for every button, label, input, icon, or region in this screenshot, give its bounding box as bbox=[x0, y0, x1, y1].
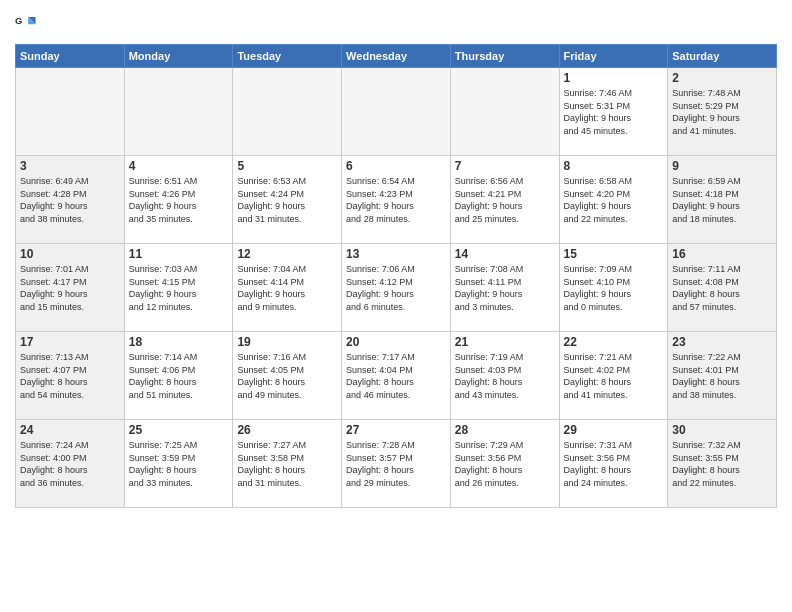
calendar-cell: 2Sunrise: 7:48 AM Sunset: 5:29 PM Daylig… bbox=[668, 68, 777, 156]
calendar-cell: 23Sunrise: 7:22 AM Sunset: 4:01 PM Dayli… bbox=[668, 332, 777, 420]
day-number: 22 bbox=[564, 335, 664, 349]
day-info: Sunrise: 7:14 AM Sunset: 4:06 PM Dayligh… bbox=[129, 351, 229, 401]
header-section: G bbox=[15, 10, 777, 36]
day-info: Sunrise: 7:27 AM Sunset: 3:58 PM Dayligh… bbox=[237, 439, 337, 489]
day-info: Sunrise: 7:04 AM Sunset: 4:14 PM Dayligh… bbox=[237, 263, 337, 313]
calendar-table: SundayMondayTuesdayWednesdayThursdayFrid… bbox=[15, 44, 777, 508]
calendar-cell: 20Sunrise: 7:17 AM Sunset: 4:04 PM Dayli… bbox=[342, 332, 451, 420]
calendar-cell: 9Sunrise: 6:59 AM Sunset: 4:18 PM Daylig… bbox=[668, 156, 777, 244]
day-info: Sunrise: 6:53 AM Sunset: 4:24 PM Dayligh… bbox=[237, 175, 337, 225]
calendar-cell: 22Sunrise: 7:21 AM Sunset: 4:02 PM Dayli… bbox=[559, 332, 668, 420]
day-number: 25 bbox=[129, 423, 229, 437]
calendar-cell: 19Sunrise: 7:16 AM Sunset: 4:05 PM Dayli… bbox=[233, 332, 342, 420]
day-info: Sunrise: 7:46 AM Sunset: 5:31 PM Dayligh… bbox=[564, 87, 664, 137]
calendar-cell bbox=[16, 68, 125, 156]
day-number: 10 bbox=[20, 247, 120, 261]
day-number: 30 bbox=[672, 423, 772, 437]
weekday-header-wednesday: Wednesday bbox=[342, 45, 451, 68]
day-number: 1 bbox=[564, 71, 664, 85]
day-info: Sunrise: 6:59 AM Sunset: 4:18 PM Dayligh… bbox=[672, 175, 772, 225]
calendar-cell: 7Sunrise: 6:56 AM Sunset: 4:21 PM Daylig… bbox=[450, 156, 559, 244]
day-number: 13 bbox=[346, 247, 446, 261]
day-number: 14 bbox=[455, 247, 555, 261]
calendar-cell: 30Sunrise: 7:32 AM Sunset: 3:55 PM Dayli… bbox=[668, 420, 777, 508]
calendar-cell: 14Sunrise: 7:08 AM Sunset: 4:11 PM Dayli… bbox=[450, 244, 559, 332]
day-info: Sunrise: 7:13 AM Sunset: 4:07 PM Dayligh… bbox=[20, 351, 120, 401]
day-number: 11 bbox=[129, 247, 229, 261]
calendar-cell: 26Sunrise: 7:27 AM Sunset: 3:58 PM Dayli… bbox=[233, 420, 342, 508]
day-info: Sunrise: 7:09 AM Sunset: 4:10 PM Dayligh… bbox=[564, 263, 664, 313]
day-number: 9 bbox=[672, 159, 772, 173]
day-number: 8 bbox=[564, 159, 664, 173]
logo: G bbox=[15, 14, 41, 36]
day-number: 23 bbox=[672, 335, 772, 349]
day-number: 24 bbox=[20, 423, 120, 437]
calendar-cell: 18Sunrise: 7:14 AM Sunset: 4:06 PM Dayli… bbox=[124, 332, 233, 420]
weekday-header-monday: Monday bbox=[124, 45, 233, 68]
calendar-week-row-1: 1Sunrise: 7:46 AM Sunset: 5:31 PM Daylig… bbox=[16, 68, 777, 156]
day-info: Sunrise: 7:11 AM Sunset: 4:08 PM Dayligh… bbox=[672, 263, 772, 313]
calendar-cell: 16Sunrise: 7:11 AM Sunset: 4:08 PM Dayli… bbox=[668, 244, 777, 332]
day-info: Sunrise: 7:06 AM Sunset: 4:12 PM Dayligh… bbox=[346, 263, 446, 313]
day-info: Sunrise: 7:16 AM Sunset: 4:05 PM Dayligh… bbox=[237, 351, 337, 401]
day-info: Sunrise: 7:21 AM Sunset: 4:02 PM Dayligh… bbox=[564, 351, 664, 401]
day-number: 21 bbox=[455, 335, 555, 349]
weekday-header-sunday: Sunday bbox=[16, 45, 125, 68]
day-number: 29 bbox=[564, 423, 664, 437]
calendar-cell: 25Sunrise: 7:25 AM Sunset: 3:59 PM Dayli… bbox=[124, 420, 233, 508]
calendar-cell: 6Sunrise: 6:54 AM Sunset: 4:23 PM Daylig… bbox=[342, 156, 451, 244]
calendar-cell bbox=[124, 68, 233, 156]
calendar-cell: 11Sunrise: 7:03 AM Sunset: 4:15 PM Dayli… bbox=[124, 244, 233, 332]
day-number: 27 bbox=[346, 423, 446, 437]
calendar-cell: 5Sunrise: 6:53 AM Sunset: 4:24 PM Daylig… bbox=[233, 156, 342, 244]
day-info: Sunrise: 6:51 AM Sunset: 4:26 PM Dayligh… bbox=[129, 175, 229, 225]
day-number: 5 bbox=[237, 159, 337, 173]
calendar-cell: 27Sunrise: 7:28 AM Sunset: 3:57 PM Dayli… bbox=[342, 420, 451, 508]
calendar-week-row-3: 10Sunrise: 7:01 AM Sunset: 4:17 PM Dayli… bbox=[16, 244, 777, 332]
day-number: 6 bbox=[346, 159, 446, 173]
weekday-header-thursday: Thursday bbox=[450, 45, 559, 68]
day-info: Sunrise: 6:56 AM Sunset: 4:21 PM Dayligh… bbox=[455, 175, 555, 225]
weekday-header-tuesday: Tuesday bbox=[233, 45, 342, 68]
calendar-cell: 24Sunrise: 7:24 AM Sunset: 4:00 PM Dayli… bbox=[16, 420, 125, 508]
day-number: 2 bbox=[672, 71, 772, 85]
day-number: 18 bbox=[129, 335, 229, 349]
day-info: Sunrise: 7:32 AM Sunset: 3:55 PM Dayligh… bbox=[672, 439, 772, 489]
day-info: Sunrise: 7:01 AM Sunset: 4:17 PM Dayligh… bbox=[20, 263, 120, 313]
calendar-cell: 15Sunrise: 7:09 AM Sunset: 4:10 PM Dayli… bbox=[559, 244, 668, 332]
day-number: 15 bbox=[564, 247, 664, 261]
day-info: Sunrise: 7:08 AM Sunset: 4:11 PM Dayligh… bbox=[455, 263, 555, 313]
calendar-week-row-4: 17Sunrise: 7:13 AM Sunset: 4:07 PM Dayli… bbox=[16, 332, 777, 420]
weekday-header-saturday: Saturday bbox=[668, 45, 777, 68]
day-info: Sunrise: 6:58 AM Sunset: 4:20 PM Dayligh… bbox=[564, 175, 664, 225]
day-info: Sunrise: 7:48 AM Sunset: 5:29 PM Dayligh… bbox=[672, 87, 772, 137]
page-container: G SundayMondayTuesdayWednesdayThursdayFr… bbox=[0, 0, 792, 513]
calendar-cell bbox=[342, 68, 451, 156]
calendar-cell bbox=[233, 68, 342, 156]
calendar-week-row-2: 3Sunrise: 6:49 AM Sunset: 4:28 PM Daylig… bbox=[16, 156, 777, 244]
day-info: Sunrise: 7:22 AM Sunset: 4:01 PM Dayligh… bbox=[672, 351, 772, 401]
day-number: 16 bbox=[672, 247, 772, 261]
day-info: Sunrise: 7:29 AM Sunset: 3:56 PM Dayligh… bbox=[455, 439, 555, 489]
calendar-cell: 17Sunrise: 7:13 AM Sunset: 4:07 PM Dayli… bbox=[16, 332, 125, 420]
calendar-week-row-5: 24Sunrise: 7:24 AM Sunset: 4:00 PM Dayli… bbox=[16, 420, 777, 508]
day-number: 20 bbox=[346, 335, 446, 349]
weekday-header-friday: Friday bbox=[559, 45, 668, 68]
day-info: Sunrise: 6:49 AM Sunset: 4:28 PM Dayligh… bbox=[20, 175, 120, 225]
calendar-cell: 13Sunrise: 7:06 AM Sunset: 4:12 PM Dayli… bbox=[342, 244, 451, 332]
day-info: Sunrise: 7:17 AM Sunset: 4:04 PM Dayligh… bbox=[346, 351, 446, 401]
day-info: Sunrise: 7:25 AM Sunset: 3:59 PM Dayligh… bbox=[129, 439, 229, 489]
calendar-cell: 3Sunrise: 6:49 AM Sunset: 4:28 PM Daylig… bbox=[16, 156, 125, 244]
day-number: 3 bbox=[20, 159, 120, 173]
day-info: Sunrise: 7:28 AM Sunset: 3:57 PM Dayligh… bbox=[346, 439, 446, 489]
weekday-header-row: SundayMondayTuesdayWednesdayThursdayFrid… bbox=[16, 45, 777, 68]
day-number: 4 bbox=[129, 159, 229, 173]
calendar-cell bbox=[450, 68, 559, 156]
calendar-cell: 4Sunrise: 6:51 AM Sunset: 4:26 PM Daylig… bbox=[124, 156, 233, 244]
day-info: Sunrise: 7:31 AM Sunset: 3:56 PM Dayligh… bbox=[564, 439, 664, 489]
day-number: 12 bbox=[237, 247, 337, 261]
svg-text:G: G bbox=[15, 15, 22, 26]
calendar-cell: 12Sunrise: 7:04 AM Sunset: 4:14 PM Dayli… bbox=[233, 244, 342, 332]
day-info: Sunrise: 6:54 AM Sunset: 4:23 PM Dayligh… bbox=[346, 175, 446, 225]
day-number: 17 bbox=[20, 335, 120, 349]
